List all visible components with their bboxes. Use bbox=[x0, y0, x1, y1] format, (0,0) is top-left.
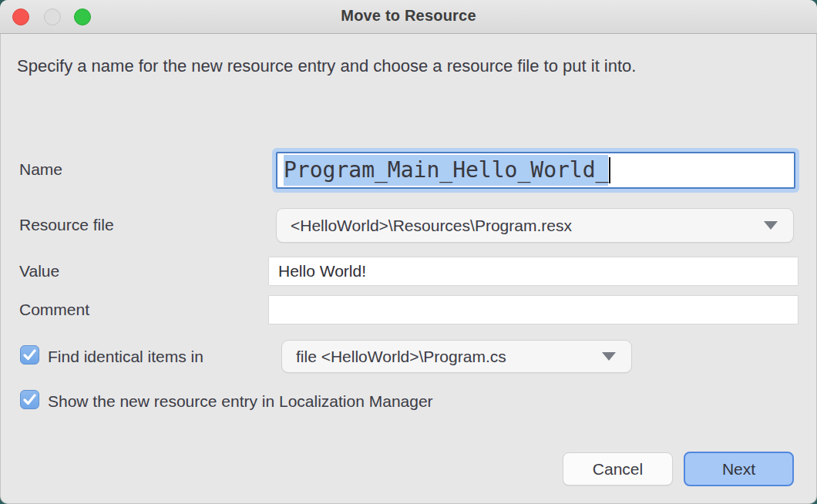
text-cursor bbox=[609, 157, 610, 183]
checkmark-icon bbox=[23, 394, 36, 405]
chevron-down-icon bbox=[764, 221, 778, 230]
checkmark-icon bbox=[23, 349, 36, 361]
move-to-resource-dialog: Move to Resource Specify a name for the … bbox=[0, 0, 817, 504]
comment-input[interactable] bbox=[268, 295, 799, 324]
scope-selected-value: file <HelloWorld>\Program.cs bbox=[282, 348, 602, 366]
find-identical-label: Find identical items in bbox=[48, 348, 203, 366]
dialog-description: Specify a name for the new resource entr… bbox=[17, 54, 795, 78]
value-input[interactable] bbox=[268, 257, 799, 286]
resource-file-select[interactable]: <HelloWorld>\Resources\Program.resx bbox=[276, 208, 794, 243]
find-identical-scope-select[interactable]: file <HelloWorld>\Program.cs bbox=[281, 340, 632, 373]
title-bar: Move to Resource bbox=[0, 0, 817, 34]
next-button[interactable]: Next bbox=[684, 452, 794, 486]
name-input[interactable]: Program_Main_Hello_World_ bbox=[276, 152, 795, 189]
cancel-button[interactable]: Cancel bbox=[563, 452, 673, 486]
cancel-button-label: Cancel bbox=[593, 460, 643, 479]
resource-file-selected-value: <HelloWorld>\Resources\Program.resx bbox=[277, 217, 764, 235]
resource-file-label: Resource file bbox=[19, 216, 114, 234]
comment-label: Comment bbox=[19, 301, 89, 319]
next-button-label: Next bbox=[722, 460, 755, 479]
chevron-down-icon bbox=[602, 352, 616, 361]
name-input-selected-text: Program_Main_Hello_World_ bbox=[284, 155, 608, 186]
show-in-manager-checkbox[interactable] bbox=[20, 390, 39, 409]
name-label: Name bbox=[19, 160, 62, 179]
show-in-manager-label: Show the new resource entry in Localizat… bbox=[48, 392, 433, 411]
window-title: Move to Resource bbox=[0, 7, 817, 25]
find-identical-checkbox[interactable] bbox=[20, 345, 39, 365]
value-label: Value bbox=[19, 262, 59, 281]
